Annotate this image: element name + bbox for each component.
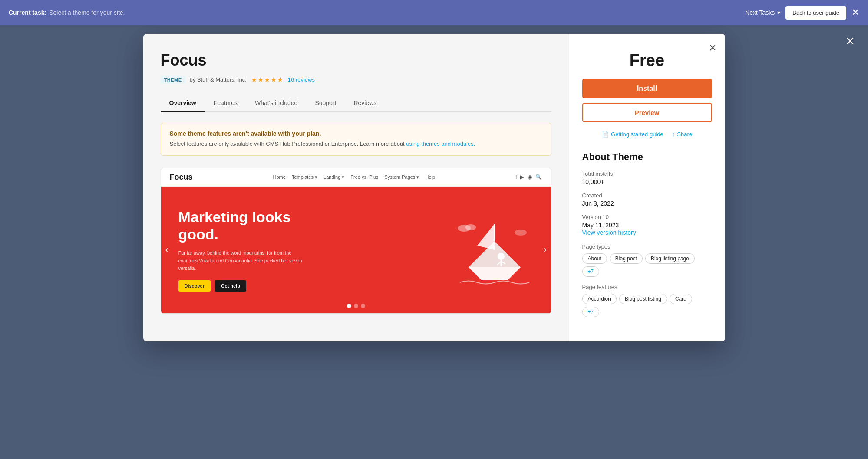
left-panel: Focus THEME by Stuff & Matters, Inc. ★★★…: [143, 34, 569, 341]
warning-title: Some theme features aren't available wit…: [170, 130, 542, 137]
about-section: About Theme Total installs 10,000+ Creat…: [582, 151, 712, 317]
theme-title: Focus: [161, 51, 551, 69]
tag-page-features-more[interactable]: +7: [582, 307, 600, 317]
theme-modal: ✕ Focus THEME by Stuff & Matters, Inc. ★…: [143, 34, 725, 341]
preview-frame: Focus Home Templates ▾ Landing ▾ Free vs…: [161, 168, 551, 314]
right-panel: Free Install Preview 📄 Getting started g…: [569, 34, 725, 341]
tag-page-types-more[interactable]: +7: [582, 266, 600, 277]
preview-logo: Focus: [170, 173, 193, 182]
tab-support[interactable]: Support: [306, 94, 345, 112]
page-types-tags: About Blog post Blog listing page +7: [582, 253, 712, 277]
hero-headline: Marketing looks good.: [178, 208, 309, 244]
instagram-icon: ◉: [528, 174, 532, 180]
total-installs-row: Total installs 10,000+: [582, 170, 712, 185]
preview-button[interactable]: Preview: [582, 103, 712, 122]
task-bar: Current task: Select a theme for your si…: [0, 0, 868, 25]
price-label: Free: [582, 51, 712, 70]
back-to-guide-button[interactable]: Back to user guide: [785, 6, 846, 20]
hero-dots: [347, 304, 365, 308]
total-installs-label: Total installs: [582, 170, 712, 177]
hero-dot-2: [354, 304, 358, 308]
chevron-down-icon: ▾: [777, 9, 780, 16]
hero-subtext: Far far away, behind the word mountains,…: [178, 249, 309, 272]
action-links: 📄 Getting started guide ↑ Share: [582, 131, 712, 138]
tab-whats-included[interactable]: What's included: [246, 94, 306, 112]
preview-nav-icons: f ▶ ◉ 🔍: [515, 174, 542, 180]
svg-point-4: [498, 253, 505, 260]
version-date: May 11, 2023: [582, 222, 712, 229]
overlay-close-button[interactable]: ✕: [845, 35, 855, 48]
version-row: Version 10 May 11, 2023 View version his…: [582, 214, 712, 236]
warning-link[interactable]: using themes and modules.: [406, 141, 475, 147]
svg-point-9: [465, 224, 476, 230]
hero-dot-1: [347, 304, 351, 308]
nav-templates: Templates ▾: [292, 174, 317, 180]
document-icon: 📄: [602, 131, 609, 138]
page-features-row: Page features Accordion Blog post listin…: [582, 284, 712, 317]
next-tasks-button[interactable]: Next Tasks ▾: [745, 9, 780, 16]
svg-marker-3: [477, 224, 495, 250]
tab-reviews[interactable]: Reviews: [345, 94, 385, 112]
tab-overview[interactable]: Overview: [161, 94, 205, 112]
tag-accordion[interactable]: Accordion: [582, 294, 617, 304]
modal-close-button[interactable]: ✕: [709, 43, 716, 54]
tag-blog-listing[interactable]: Blog listing page: [645, 253, 695, 264]
share-label: Share: [677, 131, 692, 138]
tag-card[interactable]: Card: [670, 294, 692, 304]
getting-started-link[interactable]: 📄 Getting started guide: [602, 131, 663, 138]
version-history-link[interactable]: View version history: [582, 229, 636, 236]
created-label: Created: [582, 192, 712, 199]
hero-discover-button[interactable]: Discover: [178, 280, 211, 292]
preview-nav: Focus Home Templates ▾ Landing ▾ Free vs…: [161, 168, 551, 187]
preview-nav-links: Home Templates ▾ Landing ▾ Free vs. Plus…: [273, 174, 436, 180]
theme-stars: ★★★★★: [251, 75, 284, 84]
svg-marker-0: [469, 267, 521, 280]
hero-next-button[interactable]: ›: [543, 244, 546, 256]
warning-text: Select features are only available with …: [170, 140, 542, 148]
tab-features[interactable]: Features: [205, 94, 246, 112]
hero-text: Marketing looks good. Far far away, behi…: [178, 208, 309, 292]
tabs-container: Overview Features What's included Suppor…: [161, 94, 551, 112]
reviews-link[interactable]: 16 reviews: [288, 76, 315, 83]
tag-blog-post[interactable]: Blog post: [610, 253, 643, 264]
tag-about[interactable]: About: [582, 253, 607, 264]
modal-content: Focus THEME by Stuff & Matters, Inc. ★★★…: [143, 34, 725, 341]
nav-home: Home: [273, 174, 286, 180]
theme-badge: THEME: [161, 76, 185, 84]
hero-illustration: [447, 211, 534, 289]
nav-system-pages: System Pages ▾: [385, 174, 419, 180]
nav-free-vs-plus: Free vs. Plus: [350, 174, 378, 180]
total-installs-value: 10,000+: [582, 178, 712, 185]
version-label: Version 10: [582, 214, 712, 220]
page-types-row: Page types About Blog post Blog listing …: [582, 243, 712, 277]
task-bar-left: Current task: Select a theme for your si…: [9, 9, 125, 16]
overlay-background: ✕ Focus THEME by Stuff & Matters, Inc. ★…: [0, 25, 868, 459]
hero-prev-button[interactable]: ‹: [165, 244, 168, 256]
search-icon: 🔍: [535, 174, 542, 180]
nav-help: Help: [425, 174, 435, 180]
hero-buttons: Discover Get help: [178, 280, 309, 292]
current-task-text: Select a theme for your site.: [49, 9, 125, 16]
svg-point-10: [515, 230, 527, 236]
page-features-label: Page features: [582, 284, 712, 290]
facebook-icon: f: [515, 174, 517, 180]
taskbar-close-button[interactable]: ✕: [851, 7, 859, 18]
hero-gethelp-button[interactable]: Get help: [215, 280, 246, 292]
current-task-label: Current task:: [9, 9, 46, 16]
theme-meta: THEME by Stuff & Matters, Inc. ★★★★★ 16 …: [161, 75, 551, 84]
hero-dot-3: [361, 304, 365, 308]
install-button[interactable]: Install: [582, 79, 712, 98]
warning-text-content: Select features are only available with …: [170, 141, 405, 147]
preview-hero: ‹ Marketing looks good. Far far away, be…: [161, 187, 551, 313]
share-icon: ↑: [672, 131, 675, 138]
about-title: About Theme: [582, 151, 712, 163]
page-features-tags: Accordion Blog post listing Card +7: [582, 294, 712, 317]
created-value: Jun 3, 2022: [582, 200, 712, 207]
task-bar-right: Next Tasks ▾ Back to user guide ✕: [745, 6, 859, 20]
share-link[interactable]: ↑ Share: [672, 131, 692, 138]
created-row: Created Jun 3, 2022: [582, 192, 712, 207]
nav-landing: Landing ▾: [323, 174, 344, 180]
tag-blog-post-listing[interactable]: Blog post listing: [619, 294, 667, 304]
getting-started-label: Getting started guide: [611, 131, 663, 138]
next-tasks-label: Next Tasks: [745, 9, 775, 16]
